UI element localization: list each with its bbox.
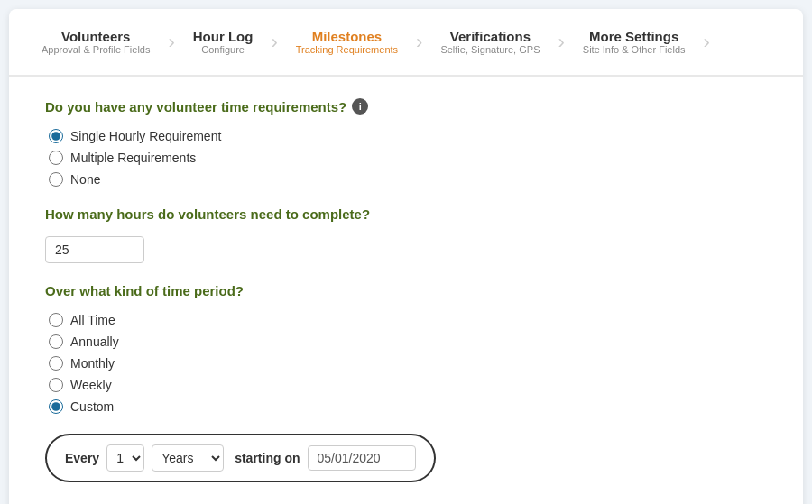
wizard-step-volunteers[interactable]: Volunteers Approval & Profile Fields (27, 16, 164, 68)
q3-option-monthly[interactable]: Monthly (49, 356, 767, 371)
q1-radio-multiple[interactable] (49, 151, 63, 165)
step-title-more: More Settings (589, 29, 678, 44)
arrow-2: › (267, 31, 281, 54)
q3-label-custom: Custom (70, 399, 114, 414)
q3-radio-custom[interactable] (49, 399, 63, 414)
step-sub-milestones: Tracking Requirements (296, 44, 398, 55)
question-3-label: Over what kind of time period? (45, 283, 244, 298)
q3-option-annually[interactable]: Annually (49, 334, 767, 349)
q3-option-alltime[interactable]: All Time (49, 313, 767, 327)
arrow-3: › (412, 31, 426, 54)
wizard-nav: Volunteers Approval & Profile Fields › H… (9, 9, 803, 77)
q1-radio-group: Single Hourly Requirement Multiple Requi… (49, 129, 767, 187)
every-label: Every (65, 451, 99, 465)
q3-radio-group: All Time Annually Monthly Weekly Custom (49, 313, 767, 414)
every-number-select[interactable]: 1 2 3 4 5 (106, 444, 144, 472)
app-container: Volunteers Approval & Profile Fields › H… (9, 9, 803, 504)
date-input[interactable] (308, 445, 416, 471)
step-title-milestones: Milestones (312, 29, 383, 44)
step-title-verifications: Verifications (450, 29, 531, 44)
wizard-step-verifications[interactable]: Verifications Selfie, Signature, GPS (426, 16, 554, 68)
step-sub-hourlog: Configure (201, 44, 245, 55)
arrow-4: › (554, 31, 567, 54)
q1-label-single: Single Hourly Requirement (70, 129, 221, 143)
step-sub-verifications: Selfie, Signature, GPS (440, 44, 540, 55)
question-3: Over what kind of time period? (45, 283, 767, 298)
q3-option-custom[interactable]: Custom (49, 399, 767, 414)
q3-label-monthly: Monthly (70, 356, 115, 371)
wizard-step-more[interactable]: More Settings Site Info & Other Fields (568, 16, 700, 68)
info-icon-q1[interactable]: i (352, 98, 368, 115)
q1-option-single[interactable]: Single Hourly Requirement (49, 129, 767, 143)
starting-on-label: starting on (235, 451, 300, 465)
q3-radio-alltime[interactable] (49, 313, 63, 327)
arrow-5: › (700, 31, 714, 54)
step-title-volunteers: Volunteers (61, 29, 130, 44)
custom-row: Every 1 2 3 4 5 Days Weeks Months Years … (45, 434, 436, 482)
wizard-step-hourlog[interactable]: Hour Log Configure (179, 16, 268, 68)
q1-option-none[interactable]: None (49, 172, 767, 187)
q3-label-alltime: All Time (70, 313, 115, 327)
question-2: How many hours do volunteers need to com… (45, 206, 767, 222)
q3-radio-monthly[interactable] (49, 356, 63, 371)
q1-label-multiple: Multiple Requirements (70, 151, 196, 165)
period-select[interactable]: Days Weeks Months Years (152, 444, 224, 472)
main-content: Do you have any volunteer time requireme… (9, 77, 803, 504)
q3-radio-weekly[interactable] (49, 378, 63, 392)
step-sub-volunteers: Approval & Profile Fields (42, 44, 150, 55)
question-1: Do you have any volunteer time requireme… (45, 98, 767, 115)
q1-option-multiple[interactable]: Multiple Requirements (49, 151, 767, 165)
q1-label-none: None (70, 172, 100, 187)
question-2-label: How many hours do volunteers need to com… (45, 206, 370, 222)
hours-input[interactable] (45, 236, 144, 263)
wizard-step-milestones[interactable]: Milestones Tracking Requirements (281, 16, 412, 68)
q1-radio-single[interactable] (49, 129, 63, 143)
question-1-label: Do you have any volunteer time requireme… (45, 99, 346, 115)
arrow-1: › (164, 31, 178, 54)
step-sub-more: Site Info & Other Fields (583, 44, 686, 55)
q3-label-annually: Annually (70, 334, 119, 349)
step-title-hourlog: Hour Log (193, 29, 254, 44)
q1-radio-none[interactable] (49, 172, 63, 187)
q3-radio-annually[interactable] (49, 334, 63, 349)
q3-label-weekly: Weekly (70, 378, 112, 392)
q3-option-weekly[interactable]: Weekly (49, 378, 767, 392)
